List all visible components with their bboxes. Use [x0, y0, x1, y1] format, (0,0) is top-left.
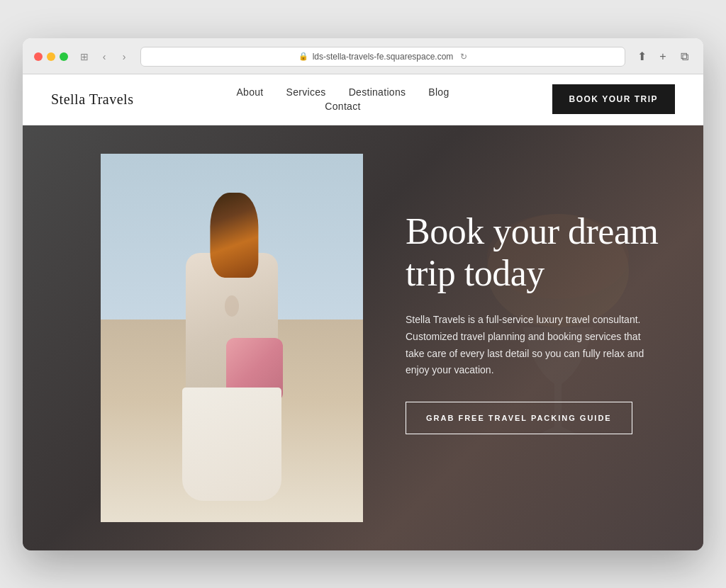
hero-person-photo [101, 154, 363, 522]
nav-link-about[interactable]: About [236, 86, 263, 98]
maximize-button[interactable] [60, 52, 68, 61]
site-nav: Stella Travels About Services Destinatio… [23, 74, 703, 125]
browser-actions: ⬆ + ⧉ [634, 49, 692, 64]
close-button[interactable] [34, 52, 43, 61]
hero-description: Stella Travels is a full-service luxury … [406, 312, 661, 379]
lock-icon: 🔒 [298, 52, 308, 61]
minimize-button[interactable] [47, 52, 55, 61]
book-trip-button[interactable]: BOOK YOUR TRIP [552, 84, 675, 114]
hero-text-content: Book your dream trip today Stella Travel… [406, 154, 661, 435]
cta-button[interactable]: GRAB FREE TRAVEL PACKING GUIDE [406, 402, 632, 434]
site-wrapper: Stella Travels About Services Destinatio… [23, 74, 703, 550]
url-text: lds-stella-travels-fe.squarespace.com [313, 52, 454, 62]
back-icon[interactable]: ‹ [96, 49, 112, 64]
tabs-icon[interactable]: ⧉ [676, 49, 692, 64]
hero-headline: Book your dream trip today [406, 210, 661, 295]
nav-link-contact[interactable]: Contact [325, 101, 360, 112]
nav-link-destinations[interactable]: Destinations [349, 86, 406, 98]
person-figure [147, 182, 317, 522]
nav-row-bottom: Contact [325, 101, 360, 112]
new-tab-icon[interactable]: + [655, 49, 671, 64]
site-logo: Stella Travels [51, 91, 133, 108]
share-icon[interactable]: ⬆ [634, 49, 649, 64]
traffic-lights [34, 52, 68, 61]
reload-icon[interactable]: ↻ [460, 52, 467, 62]
figure-skirt [182, 388, 281, 501]
forward-icon[interactable]: › [116, 49, 132, 64]
nav-center: About Services Destinations Blog Contact [236, 86, 449, 112]
sidebar-toggle-icon[interactable]: ⊞ [77, 49, 92, 64]
browser-controls: ⊞ ‹ › [77, 49, 132, 64]
hero-section: Book your dream trip today Stella Travel… [23, 125, 703, 550]
hero-content-wrapper: Book your dream trip today Stella Travel… [23, 125, 703, 550]
address-bar[interactable]: 🔒 lds-stella-travels-fe.squarespace.com … [140, 47, 625, 67]
nav-row-top: About Services Destinations Blog [236, 86, 449, 98]
browser-window: ⊞ ‹ › 🔒 lds-stella-travels-fe.squarespac… [23, 38, 703, 550]
nav-link-services[interactable]: Services [286, 86, 326, 98]
browser-chrome: ⊞ ‹ › 🔒 lds-stella-travels-fe.squarespac… [23, 38, 703, 74]
figure-hair [210, 193, 258, 278]
nav-link-blog[interactable]: Blog [428, 86, 449, 98]
